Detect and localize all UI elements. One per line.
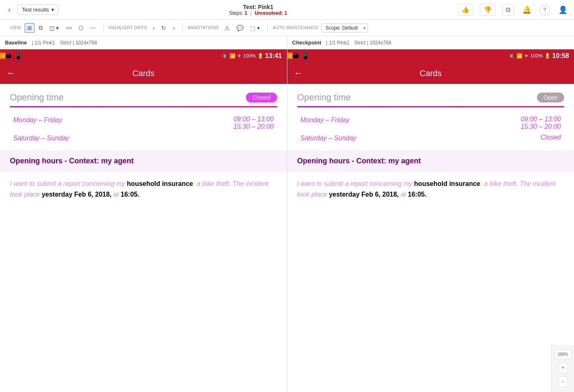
baseline-report-bold1: household insurance <box>127 180 193 187</box>
baseline-diff-marker: ≠ <box>0 53 6 59</box>
checkpoint-phone: 🏔 📱 🔇 📶 ✈ 100% 🔋 10:58 <box>287 49 574 392</box>
top-bar-right: 👍 👎 ⧉ 🔔 ? 👤 <box>458 4 569 16</box>
zoom-out-button[interactable]: − <box>558 376 568 387</box>
checkpoint-report-faded1: I want to submit a report concerning my <box>297 180 414 187</box>
next-diff-button[interactable]: › <box>170 23 177 33</box>
baseline-time: 13:41 <box>265 52 282 60</box>
checkpoint-scroll[interactable]: 🏔 📱 🔇 📶 ✈ 100% 🔋 10:58 <box>287 49 574 392</box>
view-group: VIEW ⊞ ⧉ ◫ ▾ </> ⬡ ⋯ <box>5 23 104 33</box>
select-icon-button[interactable]: ⬚ ▾ <box>248 23 262 33</box>
comment-icon-button[interactable]: 💬 <box>234 23 246 33</box>
thumb-down-button[interactable]: 👎 <box>480 4 495 16</box>
layers-button[interactable]: ◫ ▾ <box>47 23 62 33</box>
checkpoint-icon1: 🏔 <box>292 52 299 60</box>
checkpoint-time: 10:58 <box>552 52 569 60</box>
baseline-battery-icon: 🔋 <box>257 53 264 59</box>
checkpoint-report-bold2: yesterday Feb 6, 2018, <box>329 191 400 198</box>
checkpoint-mode: Strict | 1024x768 <box>354 40 391 46</box>
baseline-mute-icon: 🔇 <box>222 53 228 59</box>
baseline-time1a: 09:00 – 13:00 <box>234 116 274 123</box>
checkpoint-report-bold3: 16:05. <box>408 191 426 198</box>
baseline-back-arrow[interactable]: ← <box>7 68 16 79</box>
help-icon-button[interactable]: ? <box>539 5 550 15</box>
baseline-app-header: ← Cards <box>0 63 287 84</box>
steps-count: 1 <box>245 10 248 16</box>
view-label: VIEW <box>10 26 21 30</box>
checkpoint-time1b: 15:30 – 20:00 <box>521 123 561 130</box>
baseline-status-right: 🔇 📶 ✈ 100% 🔋 13:41 <box>222 52 282 60</box>
unresolved-label: Unresolved: 1 <box>255 10 287 16</box>
baseline-app-title: Cards <box>22 69 265 78</box>
checkpoint-time1a: 09:00 – 13:00 <box>521 116 561 123</box>
checkpoint-day2: Saturday – Sunday <box>301 134 541 142</box>
checkpoint-hours-row1: Monday – Friday 09:00 – 13:00 15:30 – 20… <box>297 114 565 132</box>
copy-button[interactable]: ⧉ <box>502 4 514 16</box>
bell-icon-button[interactable]: 🔔 <box>521 4 533 16</box>
baseline-opening-title: Opening time <box>10 92 64 103</box>
checkpoint-divider <box>297 106 565 107</box>
steps-label: Steps: <box>229 10 243 16</box>
refresh-diff-button[interactable]: ↻ <box>159 23 169 33</box>
zoom-in-button[interactable]: + <box>558 362 568 373</box>
chevron-down-icon: ▾ <box>51 7 54 13</box>
checkpoint-mute-icon: 🔇 <box>509 53 515 59</box>
baseline-wifi-icon: 📶 <box>229 53 236 59</box>
separator: | <box>250 10 252 16</box>
baseline-card-area: Opening time Closed Monday – Friday 09:0… <box>0 84 287 392</box>
baseline-icon1: 🏔 <box>5 52 12 60</box>
baseline-hours-row1: Monday – Friday 09:00 – 13:00 15:30 – 20… <box>10 114 277 132</box>
back-button[interactable]: ‹ <box>5 4 14 16</box>
checkpoint-card-area: Opening time Open Monday – Friday 09:00 … <box>287 84 574 392</box>
panels-container: Baseline | 1/1 Pink1 Strict | 1024x768 ≠… <box>0 36 574 392</box>
dropdown-label: Test results <box>22 7 49 13</box>
baseline-time1b: 15:30 – 20:00 <box>234 123 274 130</box>
user-icon-button[interactable]: 👤 <box>557 4 569 16</box>
baseline-report-text: I want to submit a report concerning my … <box>10 179 277 199</box>
annotations-label: ANNOTATIONS <box>187 26 219 30</box>
checkpoint-back-arrow[interactable]: ← <box>294 68 303 79</box>
test-results-dropdown[interactable]: Test results ▾ <box>17 5 59 15</box>
checkpoint-battery-pct: 100% <box>530 53 543 59</box>
baseline-hours-row2: Saturday – Sunday <box>10 132 277 144</box>
zoom-100-button[interactable]: 100% <box>554 350 572 359</box>
checkpoint-opening-card: Opening time Open Monday – Friday 09:00 … <box>287 84 574 150</box>
thumb-up-button[interactable]: 👍 <box>458 4 473 16</box>
alert-icon-button[interactable]: ⚠ <box>222 23 232 33</box>
main-content: Baseline | 1/1 Pink1 Strict | 1024x768 ≠… <box>0 36 574 392</box>
baseline-phone: 🏔 📱 🔇 📶 ✈ 100% 🔋 13:41 <box>0 49 287 392</box>
checkpoint-index: | 1/1 Pink1 <box>326 40 349 46</box>
baseline-icon2: 📱 <box>14 52 22 60</box>
scope-wrapper: Scope: Default Scope: Global Scope: Loca… <box>322 23 368 32</box>
prev-diff-button[interactable]: ‹ <box>150 23 157 33</box>
split-view-button[interactable]: ⧉ <box>36 23 45 33</box>
more-button[interactable]: ⋯ <box>88 23 98 33</box>
checkpoint-airplane-icon: ✈ <box>524 53 528 59</box>
checkpoint-app-title: Cards <box>310 69 552 78</box>
baseline-battery-pct: 100% <box>243 53 256 59</box>
top-bar-center: Test: Pink1 Steps: 1 | Unresolved: 1 <box>229 4 287 16</box>
highlight-label: HIGHLIGHT DIFFS <box>109 26 147 30</box>
code-view-button[interactable]: </> <box>63 24 74 32</box>
checkpoint-times1: 09:00 – 13:00 15:30 – 20:00 <box>521 116 561 130</box>
top-bar-left: ‹ Test results ▾ <box>5 4 59 16</box>
checkpoint-hours-row2: Saturday – Sunday Closed <box>297 132 565 144</box>
baseline-airplane-icon: ✈ <box>237 53 241 59</box>
grid-view-button[interactable]: ⊞ <box>25 23 35 33</box>
baseline-report-faded1: I want to submit a report concerning my <box>10 180 127 187</box>
scope-select[interactable]: Scope: Default Scope: Global Scope: Loca… <box>322 23 368 32</box>
shape-button[interactable]: ⬡ <box>76 23 86 33</box>
baseline-opening-header: Opening time Closed <box>10 92 277 103</box>
side-actions: 100% + − <box>551 345 574 392</box>
checkpoint-status-bar: 🏔 📱 🔇 📶 ✈ 100% 🔋 10:58 <box>287 49 574 63</box>
baseline-report-faded2: a bike theft. <box>197 180 232 187</box>
checkpoint-opening-title: Opening time <box>297 92 351 103</box>
baseline-day1: Monday – Friday <box>13 116 234 124</box>
baseline-context-section: Opening hours - Context: my agent <box>0 150 287 172</box>
checkpoint-battery-icon: 🔋 <box>544 53 551 59</box>
baseline-scroll[interactable]: 🏔 📱 🔇 📶 ✈ 100% 🔋 13:41 <box>0 49 287 392</box>
checkpoint-report-text: I want to submit a report concerning my … <box>297 179 565 199</box>
checkpoint-panel: Checkpoint | 1/1 Pink1 Strict | 1024x768… <box>287 36 574 392</box>
highlight-group: HIGHLIGHT DIFFS ‹ ↻ › <box>104 23 183 33</box>
baseline-report-bold3: 16:05. <box>121 191 139 198</box>
top-bar: ‹ Test results ▾ Test: Pink1 Steps: 1 | … <box>0 0 574 20</box>
